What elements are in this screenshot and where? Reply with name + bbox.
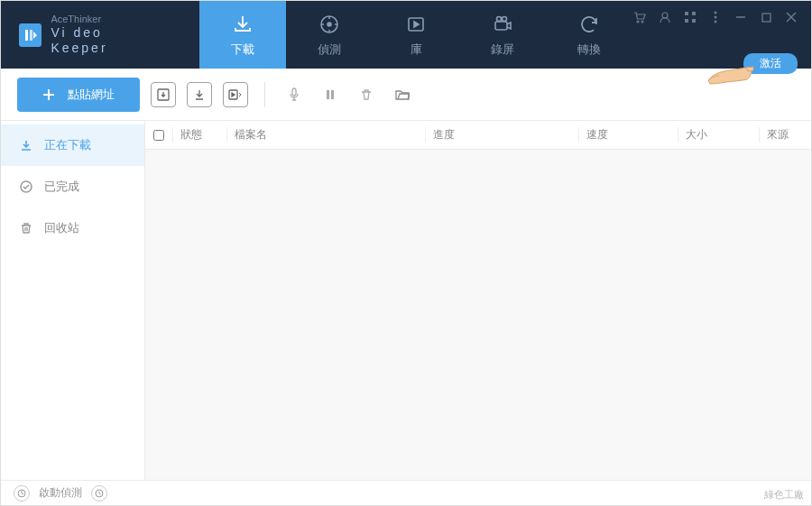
convert-icon: [577, 13, 601, 36]
settings-dropdown-button[interactable]: [223, 82, 248, 107]
svg-rect-15: [685, 19, 688, 23]
svg-point-10: [637, 21, 639, 23]
app-name-text: Vi deo Keeper: [51, 25, 163, 56]
folder-button[interactable]: [390, 82, 415, 107]
nav-tab-record[interactable]: 錄屏: [459, 1, 546, 69]
download-icon: [231, 13, 254, 36]
svg-point-12: [662, 13, 668, 18]
svg-point-9: [503, 16, 507, 21]
sidebar-item-downloading[interactable]: 正在下載: [1, 124, 144, 166]
auto-detect-label: 啟動偵測: [39, 485, 82, 501]
menu-icon[interactable]: [708, 10, 723, 24]
nav-tab-label: 轉換: [577, 41, 601, 58]
th-speed[interactable]: 速度: [578, 127, 678, 143]
table-header: 狀態 檔案名 進度 速度 大小 來源: [145, 121, 811, 150]
select-all-cell: [145, 130, 172, 141]
app-logo-icon: [19, 23, 42, 47]
sidebar-item-trash[interactable]: 回收站: [1, 207, 144, 249]
svg-rect-13: [685, 12, 688, 15]
footer: 啟動偵測: [1, 480, 811, 505]
trash-icon: [19, 221, 33, 235]
svg-marker-28: [232, 93, 235, 97]
nav-tab-label: 庫: [411, 41, 422, 58]
svg-point-4: [328, 23, 331, 26]
svg-point-8: [497, 16, 502, 21]
svg-rect-30: [327, 90, 329, 99]
downloading-icon: [19, 138, 33, 152]
user-icon[interactable]: [658, 10, 672, 24]
sidebar-item-label: 正在下載: [44, 137, 91, 153]
th-status[interactable]: 狀態: [172, 127, 226, 143]
app-header: AceThinker Vi deo Keeper 下載 偵測 庫 錄屏 轉換: [1, 1, 811, 69]
sidebar-item-label: 回收站: [44, 220, 79, 236]
svg-rect-1: [30, 30, 32, 41]
auto-detect-toggle-icon[interactable]: [14, 485, 30, 501]
svg-rect-14: [692, 12, 696, 15]
svg-point-18: [715, 16, 717, 19]
brand-text: AceThinker: [51, 14, 163, 25]
pause-button[interactable]: [318, 82, 343, 107]
apps-icon[interactable]: [683, 10, 697, 24]
history-button[interactable]: [91, 485, 107, 501]
watermark-text: 綠色工廠: [764, 488, 804, 501]
th-source[interactable]: 來源: [759, 127, 811, 143]
th-size[interactable]: 大小: [678, 127, 759, 143]
mic-button[interactable]: [281, 82, 307, 107]
svg-marker-2: [33, 32, 37, 39]
select-all-checkbox[interactable]: [153, 130, 164, 141]
paste-url-button[interactable]: 點貼網址: [17, 78, 140, 112]
content-area: 狀態 檔案名 進度 速度 大小 來源: [145, 121, 811, 482]
th-progress[interactable]: 進度: [425, 127, 578, 143]
pointing-hand-graphic: [706, 57, 757, 93]
svg-rect-31: [331, 90, 334, 99]
svg-rect-21: [762, 14, 770, 22]
nav-tab-label: 偵測: [318, 41, 341, 58]
svg-rect-0: [25, 30, 28, 41]
delete-button[interactable]: [354, 82, 379, 107]
svg-rect-16: [692, 19, 696, 23]
sidebar-item-label: 已完成: [44, 179, 79, 195]
sidebar-item-completed[interactable]: 已完成: [1, 166, 144, 207]
svg-point-17: [715, 12, 717, 14]
th-name[interactable]: 檔案名: [226, 127, 425, 143]
paste-button-label: 點貼網址: [68, 87, 115, 103]
detect-icon: [318, 13, 341, 36]
single-download-button[interactable]: [187, 82, 212, 107]
nav-tab-library[interactable]: 庫: [373, 1, 459, 69]
close-icon[interactable]: [784, 10, 798, 24]
minimize-icon[interactable]: [734, 10, 748, 24]
nav-tab-convert[interactable]: 轉換: [546, 1, 632, 69]
nav-tab-label: 下載: [231, 41, 254, 58]
maximize-icon[interactable]: [759, 10, 773, 24]
svg-marker-6: [414, 22, 419, 27]
toolbar: 點貼網址: [1, 69, 811, 121]
main-area: 正在下載 已完成 回收站 狀態 檔案名 進度 速度 大小 來源: [1, 121, 811, 482]
svg-point-19: [715, 21, 717, 23]
cart-icon[interactable]: [632, 10, 647, 24]
nav-tab-download[interactable]: 下載: [199, 1, 286, 69]
sidebar: 正在下載 已完成 回收站: [1, 121, 145, 482]
logo-section: AceThinker Vi deo Keeper: [1, 1, 181, 69]
svg-point-11: [641, 21, 643, 23]
nav-tabs: 下載 偵測 庫 錄屏 轉換: [199, 1, 632, 69]
svg-rect-7: [495, 22, 507, 30]
library-icon: [404, 13, 428, 36]
nav-tab-label: 錄屏: [491, 41, 514, 58]
record-icon: [491, 13, 514, 36]
nav-tab-detect[interactable]: 偵測: [286, 1, 373, 69]
svg-rect-29: [292, 88, 296, 96]
divider: [264, 82, 265, 107]
batch-download-button[interactable]: [151, 82, 176, 107]
completed-icon: [19, 179, 33, 194]
